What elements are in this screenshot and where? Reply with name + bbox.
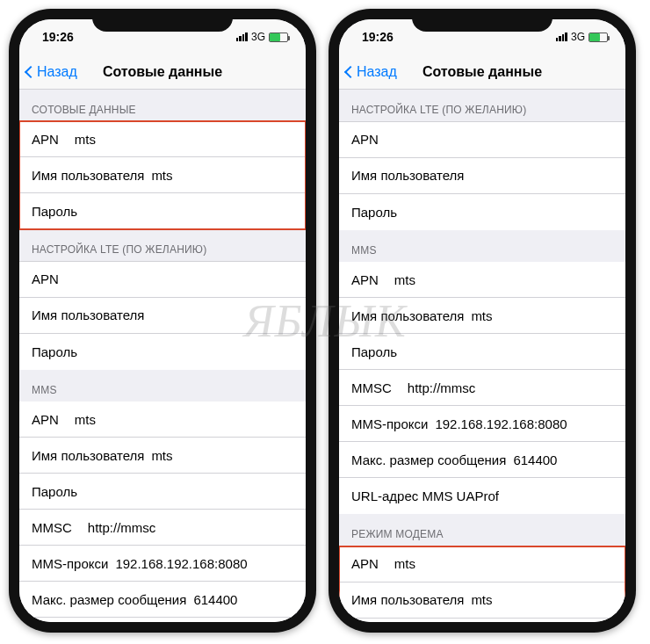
row-mms-uaprof[interactable]: URL-адрес MMS UAProf: [19, 618, 306, 622]
row-mmsc[interactable]: MMSC http://mmsc: [19, 510, 306, 546]
status-time: 19:26: [362, 30, 394, 44]
row-mms-password[interactable]: Пароль: [339, 334, 625, 370]
row-mms-username[interactable]: Имя пользователя mts: [339, 298, 625, 334]
nav-bar: Назад Сотовые данные: [339, 54, 625, 90]
row-lte-apn[interactable]: APN: [19, 262, 306, 298]
row-mms-apn[interactable]: APN mts: [339, 262, 625, 298]
row-modem-password[interactable]: Пароль: [339, 619, 625, 623]
notch: [92, 9, 233, 32]
group-mms: APN mts Имя пользователя mts Пароль MMSC…: [339, 262, 625, 514]
row-mms-maxsize[interactable]: Макс. размер сообщения 614400: [19, 582, 306, 618]
back-button[interactable]: Назад: [346, 64, 397, 80]
back-label: Назад: [357, 64, 397, 80]
label-password: Пароль: [32, 204, 77, 219]
header-lte: НАСТРОЙКА LTE (ПО ЖЕЛАНИЮ): [339, 90, 625, 121]
status-time: 19:26: [42, 30, 74, 44]
signal-icon: [236, 33, 248, 41]
group-cellular: APN mts Имя пользователя mts Пароль: [19, 121, 306, 229]
status-right: 3G: [236, 31, 288, 43]
group-lte: APN Имя пользователя Пароль: [339, 122, 625, 230]
row-modem-apn[interactable]: APN mts: [339, 546, 625, 582]
header-lte: НАСТРОЙКА LTE (ПО ЖЕЛАНИЮ): [19, 229, 306, 261]
row-mms-username[interactable]: Имя пользователя mts: [19, 438, 306, 474]
row-mms-proxy[interactable]: MMS-прокси 192.168.192.168:8080: [339, 406, 625, 442]
group-lte: APN Имя пользователя Пароль: [19, 262, 306, 370]
row-username[interactable]: Имя пользователя mts: [19, 157, 306, 193]
phone-right: 19:26 3G Назад Сотовые данные НАСТРОЙКА …: [329, 9, 636, 633]
row-mmsc[interactable]: MMSC http://mmsc: [339, 370, 625, 406]
back-button[interactable]: Назад: [26, 64, 77, 80]
battery-icon: [589, 33, 608, 42]
chevron-left-icon: [344, 65, 357, 77]
value-username: mts: [151, 168, 172, 183]
row-mms-proxy[interactable]: MMS-прокси 192.168.192.168:8080: [19, 546, 306, 582]
header-mms: MMS: [19, 370, 306, 402]
row-lte-username[interactable]: Имя пользователя: [19, 298, 306, 334]
row-modem-username[interactable]: Имя пользователя mts: [339, 582, 625, 619]
group-mms: APN mts Имя пользователя mts Пароль MMSC…: [19, 402, 306, 622]
label-username: Имя пользователя: [32, 168, 144, 183]
network-label: 3G: [251, 31, 265, 43]
screen-left: 19:26 3G Назад Сотовые данные СОТОВЫЕ ДА…: [19, 19, 306, 622]
content-left[interactable]: СОТОВЫЕ ДАННЫЕ APN mts Имя пользователя …: [19, 90, 306, 622]
status-right: 3G: [556, 31, 608, 43]
phone-left: 19:26 3G Назад Сотовые данные СОТОВЫЕ ДА…: [9, 9, 316, 633]
row-mms-password[interactable]: Пароль: [19, 474, 306, 510]
group-modem: APN mts Имя пользователя mts Пароль: [339, 546, 625, 623]
label-apn: APN: [32, 132, 59, 147]
value-apn: mts: [75, 132, 96, 147]
header-modem: РЕЖИМ МОДЕМА: [339, 514, 625, 546]
notch: [412, 9, 552, 32]
row-mms-apn[interactable]: APN mts: [19, 402, 306, 438]
row-lte-password[interactable]: Пароль: [19, 334, 306, 370]
content-right[interactable]: НАСТРОЙКА LTE (ПО ЖЕЛАНИЮ) APN Имя польз…: [339, 90, 625, 622]
row-password[interactable]: Пароль: [19, 193, 306, 229]
header-mms: MMS: [339, 230, 625, 262]
back-label: Назад: [37, 64, 77, 80]
nav-bar: Назад Сотовые данные: [19, 54, 306, 90]
signal-icon: [556, 33, 567, 41]
battery-icon: [269, 33, 288, 42]
chevron-left-icon: [25, 65, 37, 77]
row-mms-maxsize[interactable]: Макс. размер сообщения 614400: [339, 442, 625, 478]
row-apn[interactable]: APN mts: [19, 121, 306, 157]
screen-right: 19:26 3G Назад Сотовые данные НАСТРОЙКА …: [339, 19, 625, 622]
row-lte-username[interactable]: Имя пользователя: [339, 158, 625, 194]
row-mms-uaprof[interactable]: URL-адрес MMS UAProf: [339, 478, 625, 514]
network-label: 3G: [571, 31, 585, 43]
row-lte-password[interactable]: Пароль: [339, 194, 625, 230]
header-cellular: СОТОВЫЕ ДАННЫЕ: [19, 90, 306, 121]
row-lte-apn[interactable]: APN: [339, 122, 625, 158]
